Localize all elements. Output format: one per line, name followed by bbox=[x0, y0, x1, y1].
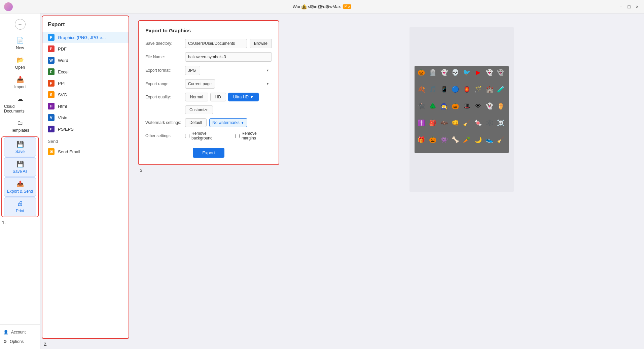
watermark-label: Watermark settings: bbox=[145, 120, 182, 125]
remove-bg-checkbox[interactable] bbox=[185, 134, 189, 138]
remove-bg-label[interactable]: Remove background bbox=[185, 131, 228, 140]
h-icon-skull2: ☠️ bbox=[496, 118, 505, 128]
watermark-row: Watermark settings: Default No watermark… bbox=[145, 118, 272, 127]
save-directory-input[interactable] bbox=[185, 39, 247, 48]
hd-quality-button[interactable]: HD bbox=[210, 93, 226, 101]
titlebar: Wondershare EdrawMax Pro 🔔 ⚙ ⊞ ⚙ − □ × bbox=[0, 0, 644, 13]
export-item-png[interactable]: P Graphics (PNG, JPG e... bbox=[42, 32, 129, 43]
maximize-button[interactable]: □ bbox=[626, 4, 632, 9]
minimize-button[interactable]: − bbox=[618, 4, 623, 9]
back-area: ← bbox=[0, 16, 40, 32]
sidebar-item-export[interactable]: 📤 Export & Send bbox=[4, 177, 36, 197]
other-settings-label: Other settings: bbox=[145, 133, 182, 138]
quality-group: Normal HD Ultra HD ▼ bbox=[185, 93, 259, 101]
export-format-select[interactable]: JPG PNG BMP bbox=[185, 66, 200, 75]
export-item-excel[interactable]: E Excel bbox=[42, 66, 129, 77]
window-controls[interactable]: − □ × bbox=[618, 4, 640, 9]
sidebar-save-label: Save bbox=[15, 149, 25, 154]
h-icon-bone: 🦴 bbox=[451, 135, 460, 145]
browse-button[interactable]: Browse bbox=[250, 39, 272, 48]
account-icon: 👤 bbox=[3, 330, 8, 335]
sidebar-import-label: Import bbox=[14, 85, 26, 89]
import-icon: 📥 bbox=[16, 76, 24, 83]
sidebar-item-save[interactable]: 💾 Save bbox=[4, 137, 36, 157]
close-button[interactable]: × bbox=[635, 4, 640, 9]
h-icon-tree: 🌲 bbox=[428, 101, 437, 111]
h-icon-eye: 👁 bbox=[473, 101, 483, 111]
sidebar-templates-label: Templates bbox=[11, 128, 29, 133]
export-item-svg[interactable]: S SVG bbox=[42, 89, 129, 100]
remove-bg-text: Remove background bbox=[191, 131, 228, 140]
send-section-title: Send bbox=[42, 135, 129, 146]
h-icon-bag: 🎒 bbox=[428, 118, 437, 128]
sidebar-open-label: Open bbox=[15, 65, 25, 70]
sidebar-item-open[interactable]: 📂 Open bbox=[2, 54, 38, 72]
h-icon-broom2: 🧹 bbox=[496, 135, 505, 145]
sidebar-item-new[interactable]: 📄 New bbox=[2, 34, 38, 53]
titlebar-left bbox=[4, 2, 13, 11]
pdf-icon: P bbox=[48, 45, 55, 52]
export-quality-row: Export quality: Normal HD Ultra HD ▼ bbox=[145, 93, 272, 101]
export-item-visio[interactable]: V Visio bbox=[42, 112, 129, 123]
no-watermarks-button[interactable]: No watermarks ▼ bbox=[209, 118, 247, 127]
h-icon-castle: 🏰 bbox=[485, 85, 494, 94]
export-dialog: Export to Graphics Save directory: Brows… bbox=[138, 20, 279, 165]
export-quality-label: Export quality: bbox=[145, 95, 182, 99]
new-icon: 📄 bbox=[16, 37, 24, 44]
file-name-label: File Name: bbox=[145, 55, 182, 59]
sidebar-item-templates[interactable]: 🗂 Templates bbox=[2, 117, 38, 135]
sidebar-item-print[interactable]: 🖨 Print bbox=[4, 197, 36, 216]
h-icon-leaf: 🍂 bbox=[417, 85, 426, 94]
export-item-word[interactable]: W Word bbox=[42, 55, 129, 66]
remove-margins-label[interactable]: Remove margins bbox=[235, 131, 272, 140]
annotation-2: 2. bbox=[40, 341, 131, 349]
avatar bbox=[4, 2, 13, 11]
options-icon: ⚙ bbox=[3, 339, 7, 344]
export-panel: Export P Graphics (PNG, JPG e... P PDF W… bbox=[42, 15, 129, 339]
export-item-email[interactable]: ✉ Send Email bbox=[42, 146, 129, 157]
remove-margins-checkbox[interactable] bbox=[235, 134, 240, 138]
h-icon-ghost3: 👻 bbox=[496, 68, 505, 77]
ultrahd-quality-button[interactable]: Ultra HD ▼ bbox=[228, 93, 259, 101]
sidebar-item-cloud[interactable]: ☁ Cloud Documents bbox=[2, 93, 38, 116]
export-panel-container: Export P Graphics (PNG, JPG e... P PDF W… bbox=[40, 13, 131, 349]
halloween-preview-grid: 🎃 🪦 👻 💀 🐦 ▶ 👻 👻 🍂 🎵 📱 🔵 🏮 🪄 bbox=[415, 66, 509, 153]
export-word-label: Word bbox=[58, 58, 68, 63]
back-button[interactable]: ← bbox=[15, 19, 26, 30]
open-icon: 📂 bbox=[16, 56, 24, 64]
export-range-select[interactable]: Current page All pages bbox=[185, 79, 215, 89]
preview-area: 🎃 🪦 👻 💀 🐦 ▶ 👻 👻 🍂 🎵 📱 🔵 🏮 🪄 bbox=[286, 20, 637, 342]
export-panel-title: Export bbox=[42, 22, 129, 32]
annotation-1: 1. bbox=[0, 219, 40, 225]
sidebar-saveas-label: Save As bbox=[12, 169, 27, 174]
h-icon-ghost2: 👻 bbox=[485, 68, 494, 77]
sidebar-item-options[interactable]: ⚙ Options bbox=[0, 337, 40, 346]
watermark-default-button[interactable]: Default bbox=[185, 118, 207, 127]
sidebar-print-label: Print bbox=[16, 209, 24, 213]
file-name-input[interactable] bbox=[185, 52, 272, 62]
h-icon-pumpkin: 🎃 bbox=[417, 68, 426, 77]
customize-button[interactable]: Customize bbox=[185, 105, 213, 114]
h-icon-skull: 💀 bbox=[451, 68, 460, 77]
preview-card: 🎃 🪦 👻 💀 🐦 ▶ 👻 👻 🍂 🎵 📱 🔵 🏮 🪄 bbox=[409, 27, 514, 192]
export-button[interactable]: Export bbox=[193, 148, 224, 158]
h-icon-broom: 🧹 bbox=[462, 118, 471, 128]
sidebar-item-saveas[interactable]: 💾 Save As bbox=[4, 157, 36, 177]
html-icon: H bbox=[48, 103, 55, 109]
app-title: Wondershare EdrawMax bbox=[293, 4, 341, 9]
sidebar-new-label: New bbox=[16, 45, 24, 50]
export-item-pdf[interactable]: P PDF bbox=[42, 43, 129, 55]
export-item-html[interactable]: H Html bbox=[42, 100, 129, 112]
normal-quality-button[interactable]: Normal bbox=[185, 93, 208, 101]
excel-icon: E bbox=[48, 68, 55, 75]
sidebar-item-account[interactable]: 👤 Account bbox=[0, 327, 40, 337]
h-icon-ghost4: 👻 bbox=[485, 101, 494, 111]
send-email-label: Send Email bbox=[58, 149, 80, 154]
export-item-ps[interactable]: P PS/EPS bbox=[42, 123, 129, 135]
watermark-group: Default No watermarks ▼ bbox=[185, 118, 247, 127]
titlebar-center: Wondershare EdrawMax Pro bbox=[293, 4, 351, 9]
export-format-wrapper: JPG PNG BMP bbox=[185, 66, 272, 75]
export-item-ppt[interactable]: P PPT bbox=[42, 77, 129, 89]
h-icon-whatsapp: 📱 bbox=[439, 85, 449, 94]
sidebar-item-import[interactable]: 📥 Import bbox=[2, 73, 38, 92]
